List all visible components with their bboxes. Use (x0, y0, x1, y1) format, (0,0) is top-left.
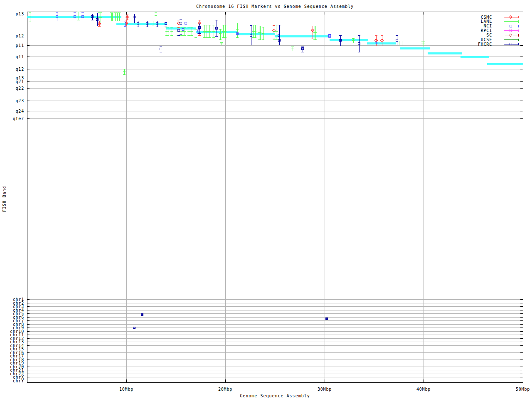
svg-text:chrY: chrY (13, 379, 24, 383)
svg-text:q23: q23 (16, 99, 24, 103)
series-FHCRC (91, 13, 398, 329)
legend-entry-NCI: NCI (484, 24, 518, 28)
series-LANL (29, 12, 425, 74)
legend-entry-LANL: LANL (481, 19, 518, 24)
svg-text:LANL: LANL (481, 19, 492, 24)
svg-text:p11: p11 (16, 43, 24, 48)
svg-text:RPCI: RPCI (481, 28, 492, 33)
legend-entry-RPCI: RPCI (481, 28, 518, 33)
svg-text:p13: p13 (16, 12, 24, 16)
svg-text:20Mbp: 20Mbp (218, 387, 232, 392)
x-axis-label: Genome Sequence Assembly (27, 394, 523, 398)
svg-text:NCI: NCI (484, 24, 492, 28)
svg-text:q11: q11 (16, 54, 24, 59)
legend-entry-FHCRC: FHCRC (478, 42, 518, 47)
svg-text:40Mbp: 40Mbp (416, 387, 431, 392)
svg-text:p12: p12 (16, 34, 24, 38)
chart-title: Chromosome 16 FISH Markers vs Genome Seq… (27, 4, 523, 9)
svg-text:qter: qter (13, 116, 24, 121)
svg-text:q21: q21 (16, 79, 24, 84)
assembly-track (27, 17, 523, 64)
svg-text:q12: q12 (16, 67, 24, 71)
svg-text:10Mbp: 10Mbp (119, 387, 133, 392)
svg-text:q22: q22 (16, 86, 24, 91)
svg-text:q24: q24 (16, 109, 24, 113)
legend-entry-SC: SC (486, 33, 518, 37)
legend: CSMCLANLNCIRPCISCUCSFFHCRC (478, 15, 518, 47)
legend-entry-CSMC: CSMC (481, 15, 518, 20)
svg-text:50Mbp: 50Mbp (516, 387, 530, 392)
svg-text:SC: SC (486, 33, 492, 37)
svg-text:UCSF: UCSF (481, 37, 492, 42)
legend-entry-UCSF: UCSF (481, 37, 518, 42)
svg-text:30Mbp: 30Mbp (318, 387, 332, 392)
svg-text:CSMC: CSMC (481, 15, 492, 20)
grid-layer (27, 12, 523, 382)
y-axis-label: FISH Band (2, 183, 7, 215)
axes-layer (27, 12, 523, 382)
fish-marker-chart: 10Mbp20Mbp30Mbp40Mbp50Mbpp13p12p11q11q12… (0, 0, 532, 399)
svg-text:FHCRC: FHCRC (478, 42, 492, 47)
